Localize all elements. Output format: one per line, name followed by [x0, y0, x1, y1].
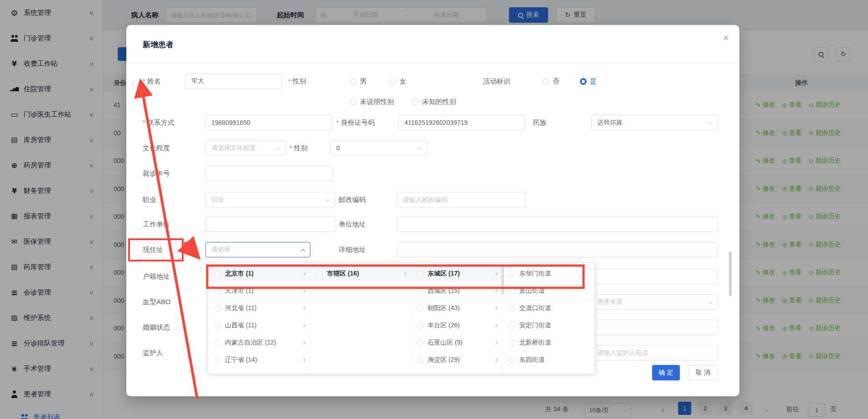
work-unit-input[interactable] [205, 217, 335, 232]
radio-icon[interactable] [543, 78, 549, 85]
contact-label: 联系方式 [143, 115, 175, 130]
postcode-label: 邮政编码 [339, 192, 366, 207]
gender-options-line1: 男 女 [350, 74, 406, 89]
cascader-option[interactable]: 朝阳区 (43) [411, 300, 502, 317]
active-flag-radio-option[interactable]: 是 [580, 77, 597, 86]
cascader-option[interactable]: 市辖区 (16) [310, 265, 410, 282]
cascader-option[interactable]: 西城区 (15) [411, 282, 502, 300]
gender-label: 性别 [288, 74, 306, 89]
occupation-select[interactable]: 职业 [205, 192, 335, 207]
name-input[interactable] [185, 74, 282, 89]
radio-icon[interactable] [509, 322, 515, 329]
cascader-option[interactable]: 东华门街道 [502, 265, 594, 282]
cancel-button[interactable]: 取 消 [688, 365, 718, 380]
chevron-right-icon [494, 324, 498, 327]
education-select[interactable]: 请选择文化程度 [205, 140, 286, 156]
radio-icon[interactable] [350, 99, 357, 105]
gender-code-select[interactable]: 0 [330, 140, 427, 156]
cascader-option[interactable]: 辽宁省 (14) [208, 351, 309, 369]
radio-icon[interactable] [215, 357, 221, 363]
active-flag-options: 否 是 [543, 74, 597, 89]
radio-icon[interactable] [580, 78, 587, 85]
chevron-up-icon [301, 249, 305, 253]
patient-source-select[interactable]: 患者来源 [591, 294, 718, 310]
id-number-label: 身份证号码 [336, 115, 375, 130]
radio-icon[interactable] [215, 288, 221, 294]
current-address-cascader[interactable]: 请选择 [205, 242, 310, 257]
radio-icon[interactable] [417, 340, 424, 346]
chevron-right-icon [494, 358, 498, 362]
radio-icon[interactable] [215, 271, 221, 277]
cascader-option[interactable]: 石景山区 (9) [411, 334, 502, 351]
add-patient-modal: 新增患者 × 姓名 性别 男 女 活动标识 [126, 25, 739, 396]
cascader-option[interactable]: 安定门街道 [502, 317, 594, 334]
confirm-button[interactable]: 确 定 [652, 365, 680, 380]
radio-icon[interactable] [389, 78, 396, 85]
unit-address-input[interactable] [397, 217, 718, 232]
radio-icon[interactable] [509, 271, 515, 277]
radio-icon[interactable] [215, 305, 221, 311]
scrollbar-thumb[interactable] [501, 266, 504, 295]
radio-icon[interactable] [417, 271, 424, 277]
radio-icon[interactable] [412, 99, 419, 105]
cascader-option[interactable]: 景山街道 [502, 282, 594, 300]
marital-label: 婚姻状态 [143, 320, 170, 335]
ethnicity-select[interactable]: 达斡尔族 [591, 115, 718, 130]
gender-radio-option[interactable]: 未说明性别 [350, 98, 394, 106]
chevron-right-icon [302, 306, 305, 310]
radio-icon[interactable] [350, 78, 357, 85]
contact-input[interactable] [205, 115, 333, 130]
active-flag-radio-option[interactable]: 否 [543, 77, 559, 86]
cascader-option[interactable]: 东四街道 [502, 351, 594, 369]
postcode-input[interactable] [397, 192, 526, 207]
detail-address-input[interactable] [397, 242, 718, 257]
cascader-district-column: 东城区 (17) 西城区 (15) 朝阳区 (43) [411, 263, 503, 374]
guardian-label: 监护人 [143, 345, 163, 360]
cascader-option[interactable]: 山西省 (11) [208, 317, 309, 334]
cascader-city-column: 市辖区 (16) [310, 263, 410, 374]
chevron-down-icon [326, 197, 330, 202]
cascader-option[interactable]: 北新桥街道 [502, 334, 594, 351]
cascader-option[interactable]: 河北省 (11) [208, 300, 309, 317]
modal-title: 新增患者 [143, 39, 174, 50]
gender-radio-option[interactable]: 女 [389, 77, 406, 86]
chevron-right-icon [302, 358, 305, 362]
radio-icon[interactable] [509, 340, 515, 346]
radio-icon[interactable] [215, 322, 221, 329]
cascader-province-column: 北京市 (1) 天津市 (1) 河北省 (11) [208, 263, 310, 374]
household-address-label: 户籍地址 [143, 269, 170, 284]
card-no-input[interactable] [205, 166, 333, 181]
radio-icon[interactable] [509, 288, 515, 294]
radio-icon[interactable] [417, 305, 424, 311]
chevron-right-icon [302, 341, 305, 345]
radio-icon[interactable] [509, 305, 515, 311]
chevron-down-icon [708, 120, 713, 124]
education-label: 文化程度 [143, 140, 170, 156]
id-number-input[interactable] [399, 115, 525, 130]
radio-icon[interactable] [215, 340, 221, 346]
detail-address-label: 详细地址 [339, 242, 366, 257]
cascader-option[interactable]: 海淀区 (29) [411, 351, 502, 369]
cascader-option[interactable]: 北京市 (1) [208, 265, 309, 282]
radio-icon[interactable] [509, 357, 515, 363]
chevron-right-icon [302, 272, 305, 276]
gender-options-line2: 未说明性别 未知的性别 [350, 94, 456, 109]
address-cascader-panel: 北京市 (1) 天津市 (1) 河北省 (11) [208, 262, 595, 374]
cascader-option[interactable]: 内蒙古自治区 (12) [208, 334, 309, 351]
gender-radio-option[interactable]: 未知的性别 [412, 98, 456, 106]
cascader-option[interactable]: 天津市 (1) [208, 282, 309, 300]
cascader-option[interactable]: 丰台区 (26) [411, 317, 502, 334]
radio-icon[interactable] [417, 288, 424, 294]
gender-radio-option[interactable]: 男 [350, 77, 367, 86]
radio-icon[interactable] [417, 322, 424, 329]
cascader-option[interactable]: 交道口街道 [502, 300, 594, 317]
guardian-phone-input[interactable] [591, 345, 718, 360]
unit-address-label: 单位地址 [339, 217, 366, 232]
radio-icon[interactable] [417, 357, 424, 363]
radio-icon[interactable] [316, 271, 323, 277]
modal-scrollbar[interactable] [729, 251, 732, 296]
ethnicity-label: 民族 [533, 115, 547, 130]
gender-code-label: 性别 [289, 140, 308, 156]
close-icon[interactable]: × [723, 33, 729, 43]
cascader-option[interactable]: 东城区 (17) [411, 265, 502, 282]
